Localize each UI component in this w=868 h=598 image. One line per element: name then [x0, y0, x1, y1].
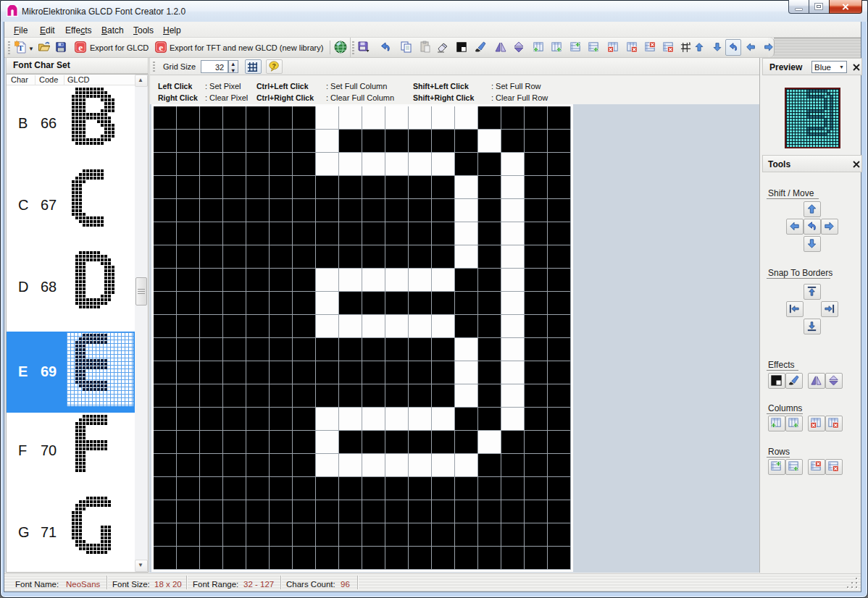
svg-text:e: e — [78, 42, 83, 53]
svg-text:T: T — [18, 43, 24, 52]
svg-text:?: ? — [272, 62, 275, 70]
svg-text:e: e — [159, 42, 163, 53]
